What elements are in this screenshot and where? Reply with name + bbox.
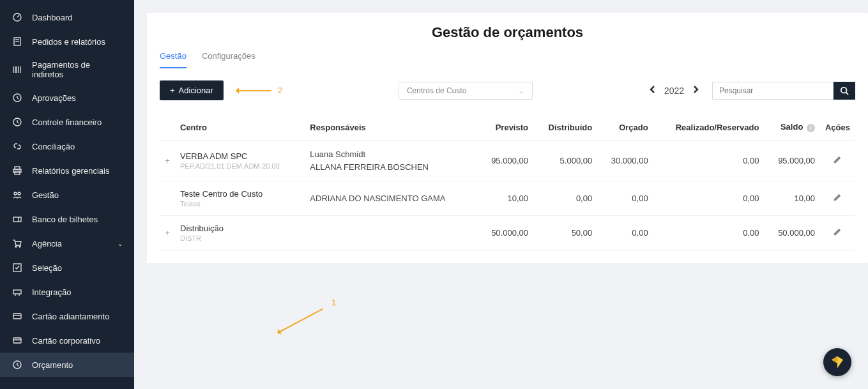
add-button[interactable]: + Adicionar (160, 80, 224, 100)
sidebar-item-label: Banco de bilhetes (32, 215, 98, 224)
table-row: Teste Centro de CustoTestesADRIANA DO NA… (160, 181, 855, 216)
paper-plane-icon (830, 355, 844, 369)
cell-orcado: 0,00 (597, 216, 653, 250)
expand-toggle (160, 181, 175, 216)
search (712, 82, 855, 100)
info-icon[interactable]: i (807, 124, 815, 132)
help-fab[interactable] (823, 348, 851, 376)
cell-previsto: 95.000,00 (478, 141, 533, 181)
edit-button[interactable] (820, 181, 855, 216)
plug-icon (11, 286, 23, 298)
cart-icon (11, 238, 23, 249)
tabs: Gestão Configurações (160, 47, 855, 69)
year-navigator: 2022 (649, 85, 699, 96)
sidebar-item-orçamento[interactable]: Orçamento (0, 353, 134, 377)
cell-centro: VERBA ADM SPCPEP.AD/21.01.DEM.ADM-20.00 (175, 141, 305, 181)
tab-gestao[interactable]: Gestão (160, 47, 187, 68)
sidebar: DashboardPedidos e relatóriosPagamentos … (0, 0, 134, 389)
sidebar-item-pedidos-e-relatórios[interactable]: Pedidos e relatórios (0, 29, 134, 54)
expand-toggle[interactable]: + (160, 141, 175, 181)
sidebar-item-label: Cartão corporativo (32, 336, 100, 346)
clock-icon (11, 359, 23, 370)
cell-saldo: 50.000,00 (764, 216, 820, 250)
clock-icon (11, 116, 23, 128)
annotation-1-label: 1 (331, 298, 336, 307)
search-input[interactable] (712, 82, 834, 100)
table-row: +VERBA ADM SPCPEP.AD/21.01.DEM.ADM-20.00… (160, 141, 855, 181)
cell-distribuido: 0,00 (533, 181, 597, 216)
cell-centro: DistribuiçãoDISTR (175, 216, 305, 250)
main-content: Gestão de orçamentos Gestão Configuraçõe… (134, 0, 868, 389)
gauge-icon (11, 11, 23, 23)
page-title: Gestão de orçamentos (160, 13, 855, 47)
sidebar-item-label: Cartão adiantamento (32, 312, 109, 321)
filter-select[interactable]: Centros de Custo ⌄ (399, 82, 533, 100)
budget-table: Centro Responsáveis Previsto Distribuído… (160, 114, 855, 250)
svg-rect-22 (13, 314, 21, 319)
svg-line-28 (846, 92, 849, 95)
sidebar-item-relatórios-gerenciais[interactable]: Relatórios gerenciais (0, 158, 134, 183)
sidebar-item-label: Integração (32, 287, 71, 297)
chevron-down-icon: ⌄ (518, 86, 524, 95)
tab-configuracoes[interactable]: Configurações (202, 47, 255, 68)
sidebar-item-banco-de-bilhetes[interactable]: Banco de bilhetes (0, 207, 134, 231)
cell-distribuido: 50,00 (533, 216, 597, 250)
document-icon (11, 36, 23, 47)
cell-previsto: 50.000,00 (478, 216, 533, 250)
search-button[interactable] (834, 82, 855, 100)
plus-icon: + (170, 86, 175, 95)
sidebar-item-label: Agência (32, 239, 62, 248)
cell-saldo: 95.000,00 (764, 141, 820, 181)
pencil-icon (833, 227, 842, 236)
cell-saldo: 10,00 (764, 181, 820, 216)
edit-button[interactable] (820, 141, 855, 181)
toolbar: + Adicionar 2 Centros de Custo ⌄ 2022 (160, 80, 855, 100)
cell-responsaveis: ADRIANA DO NASCIMENTO GAMA (305, 181, 477, 216)
sidebar-item-controle-financeiro[interactable]: Controle financeiro (0, 110, 134, 134)
barcode-icon (11, 64, 23, 75)
annotation-2: 2 (236, 86, 282, 95)
cell-previsto: 10,00 (478, 181, 533, 216)
sidebar-item-integração[interactable]: Integração (0, 280, 134, 304)
arrow-icon (236, 90, 271, 91)
sidebar-item-pagamentos-de-indiretos[interactable]: Pagamentos de indiretos (0, 54, 134, 86)
cell-orcado: 0,00 (597, 181, 653, 216)
sidebar-item-label: Pedidos e relatórios (32, 37, 105, 47)
sidebar-item-agência[interactable]: Agência⌄ (0, 231, 134, 256)
svg-rect-21 (13, 290, 21, 294)
edit-button[interactable] (820, 216, 855, 250)
sidebar-item-label: Gestão (32, 190, 59, 200)
card-icon (11, 310, 23, 322)
pencil-icon (833, 155, 842, 164)
svg-rect-16 (13, 217, 21, 222)
expand-toggle[interactable]: + (160, 216, 175, 250)
ticket-icon (11, 213, 23, 225)
sidebar-item-dashboard[interactable]: Dashboard (0, 5, 134, 29)
sidebar-item-label: Relatórios gerenciais (32, 166, 109, 176)
col-centro: Centro (175, 114, 305, 141)
col-distribuido: Distribuído (533, 114, 597, 141)
svg-point-18 (15, 246, 17, 247)
col-realizado: Realizado/Reservado (653, 114, 765, 141)
sidebar-item-aprovações[interactable]: Aprovações (0, 86, 134, 110)
cell-realizado: 0,00 (653, 216, 765, 250)
svg-point-27 (841, 87, 847, 93)
year-next-button[interactable] (693, 85, 699, 96)
sidebar-item-label: Dashboard (32, 13, 73, 22)
sidebar-item-label: Conciliação (32, 142, 75, 151)
sidebar-item-seleção[interactable]: Seleção (0, 256, 134, 280)
cell-responsaveis: Luana SchmidtALLANA FERREIRA BOSCHEN (305, 141, 477, 181)
annotation-2-label: 2 (278, 86, 282, 95)
clock-icon (11, 92, 23, 103)
sidebar-item-cartão-corporativo[interactable]: Cartão corporativo (0, 328, 134, 353)
sidebar-item-gestão[interactable]: Gestão (0, 183, 134, 207)
col-acoes: Ações (820, 114, 855, 141)
sidebar-item-label: Controle financeiro (32, 118, 102, 127)
filter-select-label: Centros de Custo (407, 86, 466, 95)
sidebar-item-label: Pagamentos de indiretos (32, 60, 123, 79)
sidebar-item-cartão-adiantamento[interactable]: Cartão adiantamento (0, 304, 134, 328)
sidebar-item-conciliação[interactable]: Conciliação (0, 134, 134, 158)
users-icon (11, 189, 23, 201)
sidebar-item-label: Orçamento (32, 360, 73, 370)
year-prev-button[interactable] (649, 85, 655, 96)
